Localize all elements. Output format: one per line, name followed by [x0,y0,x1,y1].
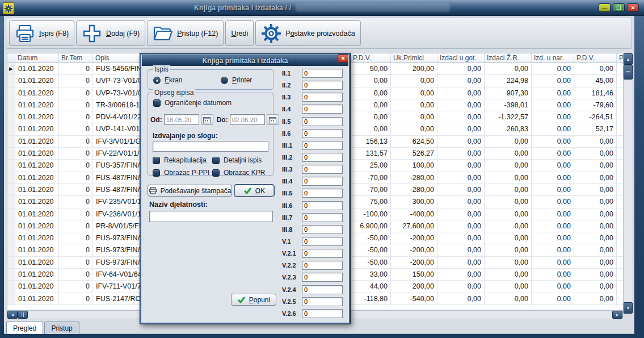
cell-pdv: 0,00 [351,111,391,123]
field-input[interactable] [302,81,343,90]
header-datum[interactable]: Datum [15,53,59,63]
ok-button[interactable]: OK [234,185,274,197]
checkbox-rekapitulacija[interactable]: Rekapitulacija [153,156,207,164]
izdvajanje-label: Izdvajanje po slogu: [153,132,218,140]
header-izdaci-got[interactable]: Izdaci u got. [437,53,485,63]
field-input[interactable] [302,69,343,78]
scroll-left-icon[interactable]: ◄ [7,311,18,319]
scroll-down-icon[interactable]: ▼ [624,302,633,314]
do-calendar-button[interactable] [267,114,279,125]
vertical-scrollbar-thumb[interactable] [624,65,633,80]
field-input[interactable] [302,249,343,258]
cell-izdaci-zr: 260,83 [485,123,532,135]
close-button[interactable]: ✕ [627,3,639,12]
od-date-input[interactable] [164,114,199,125]
print-dialog: Knjiga primitaka i izdataka ✕ Ispis Ekra… [140,53,351,324]
dialog-field-row: III.5 [282,189,346,201]
field-input[interactable] [302,237,343,246]
vertical-scrollbar[interactable]: ▲ ▼ [623,53,633,314]
header-brtem[interactable]: Br.Tem [59,53,93,63]
dialog-close-button[interactable]: ✕ [338,55,348,62]
field-label: II.4 [282,105,302,112]
do-date-input[interactable] [230,114,265,125]
checkbox-detaljni-ispis-label: Detaljni ispis [224,156,262,164]
cell-izdaci-got: 0,00 [437,123,485,135]
field-input[interactable] [302,285,343,294]
checkbox-obrazac-kpr[interactable]: Obrazac KPR [212,169,265,177]
naziv-djelatnosti-input[interactable] [149,211,273,222]
row-selector-marker [7,75,15,87]
cell-pdv: -50,00 [351,257,391,269]
field-input[interactable] [302,93,343,102]
print-button[interactable]: Ispis (F8) [9,20,74,46]
field-input[interactable] [302,273,343,282]
header-pdv2[interactable]: P.D.V. [574,53,617,63]
field-input[interactable] [302,225,343,234]
cell-izd-nar: 0,00 [532,111,574,123]
row-selector-marker [7,257,15,269]
header-izd-nar[interactable]: Izd. u nar. [532,53,574,63]
access-button[interactable]: Pristup (F12) [147,20,224,46]
tabs-divider [4,333,634,334]
scroll-up-icon[interactable]: ▲ [624,53,633,65]
header-ukprimici[interactable]: Uk.Primici [391,53,437,63]
field-input[interactable] [302,213,343,222]
cell-ukprimici: 0,00 [391,123,437,135]
cell-izdaci-zr: 0,00 [485,220,532,232]
tab-pristup[interactable]: Pristup [44,322,79,334]
field-input[interactable] [302,297,343,306]
cell-pdv2: 52,17 [574,123,617,135]
field-input[interactable] [302,105,343,114]
field-input[interactable] [302,141,343,150]
cell-datum: 01.01.2020 [15,148,59,160]
field-input[interactable] [302,177,343,186]
checkbox-rekapitulacija-label: Rekapitulacija [164,156,207,164]
title-bar: Knjiga primitaka i izdataka / / — ❐ ✕ [0,0,644,16]
od-calendar-button[interactable] [201,114,213,125]
checkbox-ogranicenje-datumom[interactable]: Ograničenje datumom [153,99,231,107]
scroll-right-icon[interactable]: ► [612,311,622,319]
row-selector-marker [7,148,15,160]
radio-printer[interactable]: Printer [221,76,252,84]
header-izdaci-zr[interactable]: Izdaci Ž.R. [485,53,532,63]
checkbox-detaljni-ispis[interactable]: Detaljni ispis [212,156,262,164]
field-input[interactable] [302,117,343,126]
horizontal-scrollbar-thumb[interactable] [18,311,28,319]
cell-brtem: 0 [59,269,93,281]
checkbox-obrazac-pppi[interactable]: Obrazac P-PPI [153,169,209,177]
cell-brtem: 0 [59,208,93,220]
add-button[interactable]: Dodaj (F9) [76,20,145,46]
edit-button[interactable]: Uredi [225,20,254,46]
cell-pdv2: 0,00 [574,232,617,244]
cell-pdv: -118,80 [351,293,391,305]
field-input[interactable] [302,129,343,138]
dialog-field-row: V.2.4 [282,285,346,297]
field-label: V.2.5 [282,297,302,305]
minimize-button[interactable]: — [599,3,611,12]
row-selector-marker [7,232,15,244]
field-label: III.1 [282,141,302,149]
field-input[interactable] [302,189,343,198]
header-priz[interactable]: Priz [617,53,623,63]
printer-setup-button[interactable]: Podešavanje štampača [148,185,232,197]
popuni-button[interactable]: Popuni [231,294,276,306]
tab-pregled[interactable]: Pregled [6,321,43,334]
cell-izdaci-zr: 0,00 [485,293,532,305]
field-input[interactable] [302,309,343,318]
field-label: III.4 [282,177,302,185]
cell-datum: 01.01.2020 [15,232,59,244]
izdvajanje-input[interactable] [153,141,268,152]
dialog-field-row: V.2.3 [282,273,346,285]
field-input[interactable] [302,153,343,162]
radio-ekran[interactable]: Ekran [153,76,182,84]
field-input[interactable] [302,165,343,174]
maximize-button[interactable]: ❐ [613,3,625,12]
field-input[interactable] [302,261,343,270]
field-label: V.2.2 [282,261,302,269]
cell-pdv2: 0,00 [574,281,617,293]
vertical-scrollbar-track[interactable] [624,80,633,302]
field-input[interactable] [302,201,343,210]
header-pdv[interactable]: P.D.V. [351,53,391,63]
checkbox-icon [153,169,160,177]
manufacturer-settings-button[interactable]: Postavke proizvođača [255,20,360,46]
